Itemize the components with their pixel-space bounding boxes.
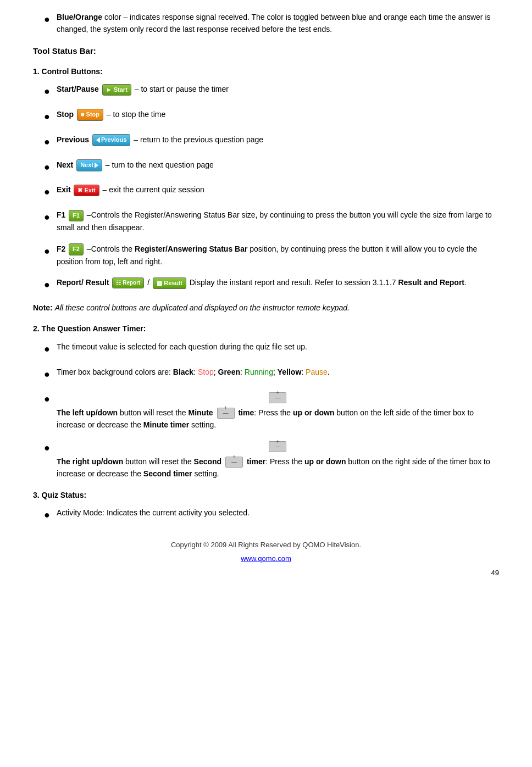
previous-text: – return to the previous question page xyxy=(134,135,263,144)
bullet-dot: ● xyxy=(44,12,50,27)
bullet-dot: ● xyxy=(44,440,50,456)
timer-colors-prefix: Timer box background colors are: xyxy=(57,368,173,376)
intro-body: color – indicates response signal receiv… xyxy=(57,13,491,34)
bullet-dot: ● xyxy=(44,209,50,225)
report-result-content: Report/ Result ☷ Report / ▩ Result Displ… xyxy=(57,276,499,289)
copyright-text: Copyright © 2009 All Rights Reserved by … xyxy=(33,540,499,551)
left-updown-text1: button will reset the xyxy=(118,408,188,417)
timer-item-2: ● Timer box background colors are: Black… xyxy=(44,366,499,382)
second-timer-bold: Second timer xyxy=(143,469,192,478)
note-italic-text: All these control buttons are duplicated… xyxy=(55,303,350,312)
running-color: Running xyxy=(245,368,273,376)
bullet-dot: ● xyxy=(44,366,50,382)
quiz-status-item-1: ● Activity Mode: Indicates the current a… xyxy=(44,507,499,523)
start-pause-text: – to start or pause the timer xyxy=(135,85,229,93)
semicolon2: ; xyxy=(273,368,278,376)
period1: . xyxy=(328,368,330,376)
right-updown-text4: setting. xyxy=(192,469,219,478)
report-result-item: ● Report/ Result ☷ Report / ▩ Result Dis… xyxy=(44,276,499,293)
stop-content: Stop ■ Stop – to stop the time xyxy=(57,108,499,121)
timer-colors-content: Timer box background colors are: Black: … xyxy=(57,366,499,378)
yellow-label: Yellow xyxy=(278,368,302,376)
f2-label: F2 xyxy=(57,244,65,253)
timer-item-1: ● The timeout value is selected for each… xyxy=(44,341,499,357)
report-result-label: Report/ Result xyxy=(57,278,109,287)
bullet-dot: ● xyxy=(44,84,50,99)
exit-button-img: ✖ Exit xyxy=(74,185,99,197)
colon1: : xyxy=(193,368,198,376)
next-label: Next xyxy=(57,160,73,169)
next-item: ● Next Next – turn to the next question … xyxy=(44,159,499,175)
right-updown-text1: button will reset the xyxy=(123,457,193,466)
footer: Copyright © 2009 All Rights Reserved by … xyxy=(33,540,499,565)
right-updown-text2: : Press the xyxy=(265,457,304,466)
report-result-text: Display the instant report and result. R… xyxy=(190,278,398,287)
bullet-dot: ● xyxy=(44,159,50,175)
pause-color: Pause xyxy=(306,368,328,376)
second-timer-icon xyxy=(269,441,286,452)
website-link[interactable]: www.qomo.com xyxy=(241,554,291,563)
bullet-dot: ● xyxy=(44,109,50,125)
start-pause-label: Start/Pause xyxy=(57,85,99,93)
timer-text-1: The timeout value is selected for each q… xyxy=(57,341,499,353)
minute-timer-icon-inline xyxy=(217,408,235,419)
f1-text: –Controls the Register/Answering Status … xyxy=(57,210,492,232)
semicolon1: ; xyxy=(214,368,218,376)
right-updown-content: The right up/down button will reset the … xyxy=(57,440,499,480)
second-bold: Second xyxy=(194,457,222,466)
previous-content: Previous Previous – return to the previo… xyxy=(57,134,499,146)
left-updown-content: The left up/down button will reset the M… xyxy=(57,391,499,431)
up-down-bold: up or down xyxy=(293,408,334,417)
exit-label: Exit xyxy=(57,185,71,194)
right-updown-bold: The right up/down xyxy=(57,457,123,466)
f1-button-img: F1 xyxy=(69,210,84,222)
bullet-dot: ● xyxy=(44,134,50,150)
stop-item: ● Stop ■ Stop – to stop the time xyxy=(44,108,499,125)
bullet-dot: ● xyxy=(44,184,50,200)
previous-button-img: Previous xyxy=(92,134,130,146)
next-button-img: Next xyxy=(76,159,102,171)
note-label: Note: xyxy=(33,303,53,312)
bullet-dot: ● xyxy=(44,341,50,357)
f1-item: ● F1 F1 –Controls the Register/Answering… xyxy=(44,209,499,234)
report-button-img: ☷ Report xyxy=(112,277,144,288)
exit-content: Exit ✖ Exit – exit the current quiz sess… xyxy=(57,184,499,196)
stop-button-img: ■ Stop xyxy=(77,109,103,121)
second-timer-icon-inline xyxy=(225,457,243,468)
left-updown-text2: : Press the xyxy=(254,408,293,417)
time-bold: time xyxy=(238,408,254,417)
black-label: Black xyxy=(173,368,193,376)
stop-color: Stop xyxy=(198,368,214,376)
start-pause-content: Start/Pause ► Start – to start or pause … xyxy=(57,83,499,96)
green-label: Green xyxy=(218,368,240,376)
start-pause-item: ● Start/Pause ► Start – to start or paus… xyxy=(44,83,499,99)
next-content: Next Next – turn to the next question pa… xyxy=(57,159,499,171)
stop-label: Stop xyxy=(57,110,74,119)
report-result-end: . xyxy=(464,278,467,287)
f2-text-prefix: –Controls the xyxy=(87,244,135,253)
colon3: : xyxy=(301,368,306,376)
f1-content: F1 F1 –Controls the Register/Answering S… xyxy=(57,209,499,234)
stop-text: – to stop the time xyxy=(107,110,165,119)
f2-content: F2 F2 –Controls the Register/Answering S… xyxy=(57,243,499,268)
page-number: 49 xyxy=(33,568,499,579)
previous-item: ● Previous Previous – return to the prev… xyxy=(44,134,499,150)
result-button-img: ▩ Result xyxy=(153,277,186,290)
bullet-dot: ● xyxy=(44,243,50,259)
minute-bold: Minute xyxy=(189,408,213,417)
minute-timer-icon xyxy=(269,392,286,403)
next-text: – turn to the next question page xyxy=(106,160,214,169)
bullet-dot: ● xyxy=(44,277,50,293)
exit-item: ● Exit ✖ Exit – exit the current quiz se… xyxy=(44,184,499,200)
f2-bold: Register/Answering Status Bar xyxy=(135,244,247,253)
control-buttons-heading: 1. Control Buttons: xyxy=(33,65,499,77)
timer-bold: timer xyxy=(247,457,265,466)
timer-item-3: ● The left up/down button will reset the… xyxy=(44,391,499,431)
up-down-bold2: up or down xyxy=(304,457,346,466)
quiz-status-text-1: Activity Mode: Indicates the current act… xyxy=(57,507,499,519)
start-button-img: ► Start xyxy=(102,84,131,96)
left-updown-bold: The left up/down xyxy=(57,408,118,417)
colon2: : xyxy=(240,368,245,376)
question-answer-timer-heading: 2. The Question Answer Timer: xyxy=(33,323,499,335)
bullet-dot: ● xyxy=(44,507,50,523)
